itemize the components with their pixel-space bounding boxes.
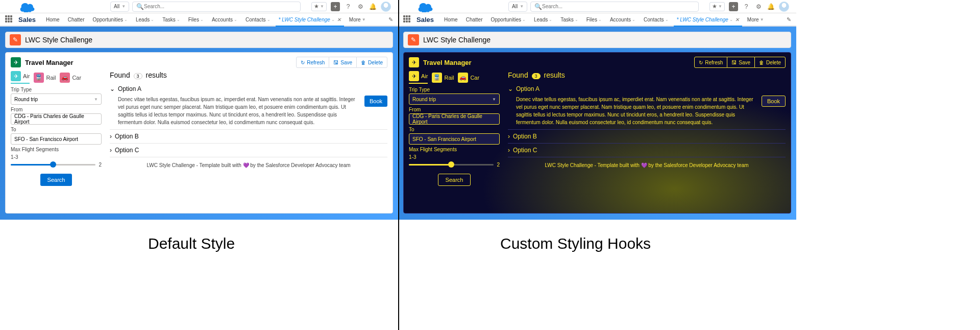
edit-nav-icon[interactable]: ✎ xyxy=(787,16,791,23)
travel-manager-card: ✈ Travel Manager ↻Refresh 🖫Save 🗑Delete … xyxy=(403,52,791,214)
nav-contacts[interactable]: Contacts⌄ xyxy=(641,13,671,26)
nav-leads[interactable]: Leads⌄ xyxy=(133,13,157,26)
travel-manager-title: Travel Manager xyxy=(25,59,74,66)
favorites-button[interactable]: ★▼ xyxy=(311,2,327,11)
segments-slider[interactable] xyxy=(11,164,95,166)
tab-rail[interactable]: 🚆Rail xyxy=(34,71,56,84)
chevron-down-icon: ▼ xyxy=(94,97,98,102)
search-input[interactable] xyxy=(144,4,297,9)
trip-type-select[interactable]: Round trip▼ xyxy=(11,93,102,105)
nav-accounts[interactable]: Accounts⌄ xyxy=(607,13,639,26)
edit-nav-icon[interactable]: ✎ xyxy=(388,16,393,23)
help-icon[interactable]: ? xyxy=(344,3,352,11)
from-input[interactable]: CDG - Paris Charles de Gaulle Airport xyxy=(409,113,500,125)
chevron-right-icon: › xyxy=(508,133,510,140)
object-switcher[interactable]: All ▼ xyxy=(508,2,527,12)
nav-leads[interactable]: Leads⌄ xyxy=(531,13,555,26)
search-icon: 🔍 xyxy=(534,3,542,11)
accordion-option-a[interactable]: ⌄Option A Donec vitae tellus egestas, fa… xyxy=(508,82,786,130)
help-icon[interactable]: ? xyxy=(742,3,750,11)
nav-active-tab[interactable]: * LWC Style Challenge⌄✕ xyxy=(276,13,344,27)
notifications-bell-icon[interactable]: 🔔 xyxy=(369,3,377,11)
object-switcher[interactable]: All ▼ xyxy=(110,2,129,12)
book-button[interactable]: Book xyxy=(364,96,387,107)
refresh-button[interactable]: ↻Refresh xyxy=(296,57,329,68)
global-search[interactable]: 🔍 xyxy=(530,2,699,12)
search-button[interactable]: Search xyxy=(40,174,72,186)
nav-more[interactable]: More▼ xyxy=(346,13,369,26)
nav-files[interactable]: Files⌄ xyxy=(185,13,207,26)
notifications-bell-icon[interactable]: 🔔 xyxy=(767,3,775,11)
app-name: Sales xyxy=(18,16,36,23)
accordion-option-b[interactable]: ›Option B xyxy=(110,130,387,144)
chevron-right-icon: › xyxy=(110,147,112,154)
user-avatar[interactable] xyxy=(381,2,391,12)
to-input[interactable]: SFO - San Francisco Airport xyxy=(11,133,102,145)
favorites-button[interactable]: ★▼ xyxy=(709,2,725,11)
plane-icon: ✈ xyxy=(11,71,21,81)
refresh-button[interactable]: ↻Refresh xyxy=(694,57,727,68)
nav-accounts[interactable]: Accounts⌄ xyxy=(209,13,240,26)
tab-rail[interactable]: 🚆Rail xyxy=(432,71,454,84)
nav-tasks[interactable]: Tasks⌄ xyxy=(159,13,183,26)
nav-files[interactable]: Files⌄ xyxy=(583,13,605,26)
accordion-option-c[interactable]: ›Option C xyxy=(110,144,387,157)
nav-opportunities[interactable]: Opportunities⌄ xyxy=(487,13,528,26)
nav-more[interactable]: More▼ xyxy=(744,13,767,26)
setup-gear-icon[interactable]: ⚙ xyxy=(356,3,364,11)
save-icon: 🖫 xyxy=(731,60,737,65)
global-actions-button[interactable]: + xyxy=(729,2,738,11)
trip-type-select[interactable]: Round trip▼ xyxy=(409,93,500,105)
app-name: Sales xyxy=(416,16,434,23)
to-input[interactable]: SFO - San Francisco Airport xyxy=(409,133,500,145)
search-input[interactable] xyxy=(542,4,695,9)
accordion-option-a[interactable]: ⌄Option A Donec vitae tellus egestas, fa… xyxy=(110,82,387,130)
results-count-badge: 3 xyxy=(532,73,541,79)
option-a-description: Donec vitae tellus egestas, faucibus ips… xyxy=(118,96,359,126)
tab-car[interactable]: 🚗Car xyxy=(458,71,479,84)
user-avatar[interactable] xyxy=(779,2,789,12)
app-launcher-icon[interactable] xyxy=(5,15,13,23)
close-icon[interactable]: ✕ xyxy=(337,17,341,22)
page-header: ✎ LWC Style Challenge xyxy=(403,32,791,48)
tab-car[interactable]: 🚗Car xyxy=(60,71,81,84)
save-button[interactable]: 🖫Save xyxy=(727,57,754,68)
option-a-description: Donec vitae tellus egestas, faucibus ips… xyxy=(516,96,756,126)
nav-opportunities[interactable]: Opportunities⌄ xyxy=(89,13,130,26)
nav-home[interactable]: Home xyxy=(441,13,461,26)
nav-contacts[interactable]: Contacts⌄ xyxy=(242,13,273,26)
tab-air[interactable]: ✈Air xyxy=(409,71,428,84)
delete-icon: 🗑 xyxy=(759,60,764,65)
nav-chatter[interactable]: Chatter xyxy=(463,13,486,26)
car-icon: 🚗 xyxy=(458,73,468,83)
accordion-option-b[interactable]: ›Option B xyxy=(508,130,786,144)
results-count-badge: 3 xyxy=(134,73,142,79)
travel-manager-icon: ✈ xyxy=(11,57,21,67)
nav-home[interactable]: Home xyxy=(43,13,63,26)
card-footer: LWC Style Challenge - Template built wit… xyxy=(508,162,786,168)
global-search[interactable]: 🔍 xyxy=(132,2,301,12)
nav-chatter[interactable]: Chatter xyxy=(65,13,88,26)
nav-active-tab[interactable]: * LWC Style Challenge⌄✕ xyxy=(674,13,742,27)
segments-slider[interactable] xyxy=(409,164,494,166)
chevron-down-icon: ▼ xyxy=(121,4,126,9)
tab-air[interactable]: ✈Air xyxy=(11,71,30,84)
trip-type-label: Trip Type xyxy=(409,87,500,92)
save-button[interactable]: 🖫Save xyxy=(329,57,356,68)
to-label: To xyxy=(11,127,102,132)
delete-button[interactable]: 🗑Delete xyxy=(754,57,786,68)
book-button[interactable]: Book xyxy=(762,96,786,107)
accordion-option-c[interactable]: ›Option C xyxy=(508,144,786,157)
nav-tasks[interactable]: Tasks⌄ xyxy=(557,13,581,26)
global-actions-button[interactable]: + xyxy=(331,2,340,11)
close-icon[interactable]: ✕ xyxy=(735,17,739,22)
setup-gear-icon[interactable]: ⚙ xyxy=(754,3,763,11)
from-input[interactable]: CDG - Paris Charles de Gaulle Airport xyxy=(11,113,102,125)
segments-label: Max Flight Segments xyxy=(11,147,102,152)
search-button[interactable]: Search xyxy=(438,174,471,186)
delete-button[interactable]: 🗑Delete xyxy=(356,57,387,68)
car-icon: 🚗 xyxy=(60,73,70,83)
global-header: All ▼ 🔍 ★▼ + ? ⚙ 🔔 xyxy=(398,0,796,13)
comparison-divider xyxy=(398,0,399,330)
app-launcher-icon[interactable] xyxy=(403,15,411,23)
